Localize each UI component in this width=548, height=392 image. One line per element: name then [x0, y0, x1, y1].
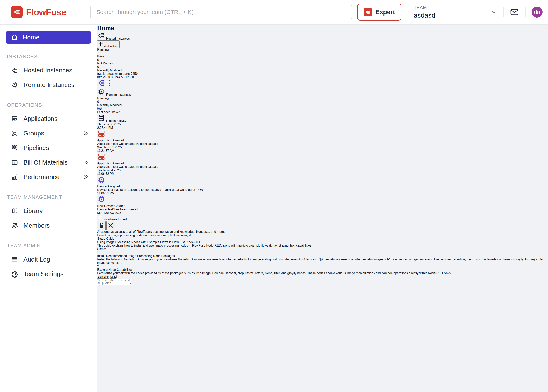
expert-button[interactable]: Expert: [357, 4, 401, 21]
remote-instances-card: Remote Instances Running 0 Recently Modi…: [97, 88, 548, 114]
stat-value: 0: [97, 100, 548, 104]
activity-date: Wed Nov 05 2025: [97, 146, 548, 149]
device-last-seen: Last seen: never: [97, 110, 548, 114]
steps-label: Steps:: [97, 247, 548, 251]
sidebar-item-label: Groups: [23, 130, 44, 137]
guide-step: 1 Install Recommended Image Processing N…: [97, 251, 548, 265]
hosted-instances-icon: [97, 32, 105, 40]
sidebar-item-members[interactable]: Members: [0, 218, 97, 233]
open-editor-icon[interactable]: [97, 79, 105, 87]
event-description: Device 'test' has been created.: [97, 208, 548, 211]
sparkle-icon: [83, 130, 90, 137]
performance-icon: [11, 173, 18, 181]
flowfuse-mini-logo-icon: [97, 218, 104, 221]
sidebar-item-performance[interactable]: Performance: [0, 170, 97, 184]
library-icon: [11, 207, 18, 215]
sidebar-section-team-admin: TEAM ADMIN: [7, 243, 90, 249]
sparkle-icon: [83, 174, 90, 180]
sidebar-item-library[interactable]: Library: [0, 204, 97, 218]
sidebar-item-remote-instances[interactable]: Remote Instances: [0, 77, 97, 92]
setup-guide-badge: Setup Guide: [97, 237, 114, 240]
sidebar-section-team-management: TEAM MANAGEMENT: [7, 194, 90, 200]
search-input[interactable]: [90, 5, 352, 19]
expert-panel-header: FlowFuse Expert: [97, 215, 548, 230]
expert-panel-title: Expert: [118, 218, 127, 221]
device-name: test: [97, 107, 548, 110]
remote-instances-icon: [97, 88, 105, 96]
send-button[interactable]: Send: [110, 275, 117, 279]
blogposts-link[interactable]: blogposts: [196, 230, 209, 233]
notice-text: AI agent has access to all of FlowFuse's: [97, 230, 153, 233]
sidebar-section-operations: OPERATIONS: [7, 102, 90, 108]
device-icon: [97, 175, 106, 184]
top-bar: FlowFuse Expert TEAM: asdasd da: [0, 0, 548, 25]
setup-guide-card: Setup Guide Using Image Processing Nodes…: [97, 237, 548, 275]
stat-tile-running: Running 1: [97, 48, 548, 55]
sidebar-item-home[interactable]: Home: [6, 31, 91, 44]
event-description: Device 'test' has been assigned to the I…: [97, 188, 548, 192]
sidebar-item-label: Remote Instances: [23, 81, 74, 89]
sidebar-item-bill-of-materials[interactable]: Bill Of Materials: [0, 155, 97, 170]
expert-chat-scroll-area: AI agent has access to all of FlowFuse's…: [97, 230, 548, 275]
sidebar-item-pipelines[interactable]: Pipelines: [0, 141, 97, 155]
user-avatar[interactable]: da: [532, 7, 543, 18]
sidebar-item-team-settings[interactable]: Team Settings: [0, 267, 97, 281]
start-over-button[interactable]: Start over: [97, 275, 109, 279]
sidebar-section-instances: INSTANCES: [7, 54, 90, 60]
stat-label: Running: [97, 97, 548, 100]
stat-tile-not-running: Not Running 0: [97, 62, 548, 69]
avatar-initials: da: [534, 9, 540, 15]
sidebar: Home INSTANCES Hosted Instances Remote I…: [0, 25, 97, 392]
home-icon: [11, 34, 18, 41]
expert-panel: FlowFuse Expert AI agent has access to a…: [97, 215, 548, 286]
device-row[interactable]: test Last seen: never: [97, 107, 548, 114]
applications-icon: [11, 115, 18, 122]
user-message-bubble: I need an image processing node and mult…: [97, 234, 548, 237]
stat-label: Not Running: [97, 62, 548, 65]
documentation-link[interactable]: documentation and knowledge: [153, 230, 194, 233]
event-title: Application Created: [97, 139, 548, 142]
chat-input[interactable]: [97, 279, 131, 285]
sidebar-item-groups[interactable]: Groups: [0, 126, 97, 141]
activity-date: Mon Nov 03 2025: [97, 211, 548, 215]
activity-row: 11:06:52 PM Device Assigned Device 'test…: [97, 172, 548, 192]
application-icon: [97, 153, 106, 161]
sidebar-item-label: Members: [23, 222, 50, 229]
activity-date: Tue Nov 04 2025: [97, 168, 548, 172]
team-selector[interactable]: TEAM: asdasd: [413, 5, 497, 19]
database-icon: [97, 114, 105, 122]
sidebar-item-hosted-instances[interactable]: Hosted Instances: [0, 63, 97, 77]
kebab-menu-icon[interactable]: [106, 79, 114, 87]
sidebar-item-applications[interactable]: Applications: [0, 112, 97, 126]
topbar-divider: [503, 7, 504, 17]
event-description: Application test was created in Team 'as…: [97, 142, 548, 146]
instance-row[interactable]: fragile-great-white-egret-7450 http://10…: [97, 72, 548, 88]
topbar-divider: [525, 7, 526, 17]
stat-value: 0: [97, 65, 548, 69]
expert-panel-footer: Start over Send: [97, 275, 548, 286]
event-time: 11:06:51 PM: [97, 192, 548, 195]
chevron-down-icon: [490, 8, 497, 16]
recently-modified-label: Recently Modified: [97, 104, 548, 107]
step-title: Install Recommended Image Processing Nod…: [97, 254, 548, 258]
mail-icon: [509, 7, 520, 17]
stat-value: 0: [97, 58, 548, 62]
notifications-mail-button[interactable]: [509, 7, 520, 17]
sidebar-item-label: Pipelines: [23, 144, 49, 152]
pipelines-icon: [11, 144, 18, 152]
step-number-badge: 2: [97, 265, 548, 268]
close-panel-button[interactable]: [107, 221, 115, 230]
flowfuse-logo[interactable]: FlowFuse: [11, 6, 66, 18]
hosted-instances-card: Hosted Instances Add Instance Running 1: [97, 32, 548, 88]
add-instance-button[interactable]: Add Instance: [97, 40, 120, 48]
pin-panel-button[interactable]: [97, 221, 106, 230]
groups-icon: [11, 130, 18, 137]
unlock-icon: [98, 222, 105, 229]
sidebar-item-audit-log[interactable]: Audit Log: [0, 252, 97, 267]
sidebar-item-label: Hosted Instances: [23, 67, 72, 74]
add-instance-label: Add Instance: [104, 45, 119, 48]
recently-modified-label: Recently Modified: [97, 69, 548, 72]
recent-activity-card: Recent Activity Thu Nov 06 2025 2:27:44 …: [97, 114, 548, 215]
team-name: asdasd: [413, 12, 435, 19]
close-icon: [107, 222, 114, 229]
